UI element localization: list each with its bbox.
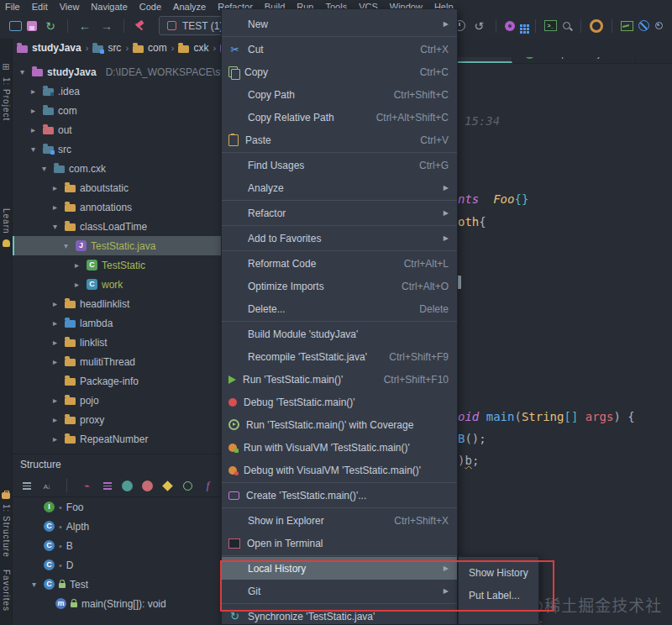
chevron-right-icon[interactable]: ▸ bbox=[50, 183, 60, 192]
menu-separator bbox=[222, 152, 457, 153]
list-icon[interactable] bbox=[101, 480, 113, 492]
crumb-src[interactable]: src bbox=[108, 42, 121, 54]
menu-item-analyze[interactable]: Analyze▶ bbox=[222, 176, 457, 199]
stripe-tab-structure[interactable]: 1: Structure bbox=[0, 504, 12, 558]
menu-item-build-module-studyjava[interactable]: Build Module 'studyJava' bbox=[222, 323, 457, 345]
chevron-right-icon[interactable]: ▸ bbox=[28, 125, 39, 134]
proxy-folder-icon bbox=[65, 417, 76, 424]
chevron-right-icon[interactable]: ▸ bbox=[71, 280, 82, 289]
find-icon[interactable] bbox=[654, 21, 664, 31]
chevron-right-icon[interactable]: ▸ bbox=[50, 415, 60, 424]
chevron-right-icon[interactable]: ▸ bbox=[50, 338, 60, 347]
target-icon[interactable] bbox=[181, 480, 194, 492]
plugin-icon[interactable] bbox=[590, 19, 603, 33]
menu-item-run-teststatic-main-with-coverage[interactable]: Run 'TestStatic.main()' with Coverage bbox=[222, 413, 457, 436]
menu-item-paste[interactable]: PasteCtrl+V bbox=[222, 129, 457, 151]
menu-analyze[interactable]: Analyze bbox=[173, 2, 206, 12]
chevron-right-icon[interactable]: ▸ bbox=[50, 299, 60, 308]
menu-edit[interactable]: Edit bbox=[32, 2, 48, 12]
lambda-folder-icon bbox=[65, 320, 76, 328]
menu-item-label: Show in Explorer bbox=[248, 515, 372, 527]
forward-icon[interactable] bbox=[98, 18, 115, 34]
menu-item-shortcut: Ctrl+Shift+X bbox=[394, 515, 449, 527]
menu-item-open-in-terminal[interactable]: Open in Terminal bbox=[222, 532, 457, 554]
save-icon[interactable] bbox=[27, 21, 37, 31]
chevron-down-icon[interactable]: ▾ bbox=[17, 67, 28, 76]
menu-item-find-usages[interactable]: Find UsagesCtrl+G bbox=[222, 154, 457, 176]
menu-code[interactable]: Code bbox=[139, 2, 161, 12]
menu-item-run-teststatic-main[interactable]: Run 'TestStatic.main()'Ctrl+Shift+F10 bbox=[222, 368, 457, 391]
menu-item-optimize-imports[interactable]: Optimize ImportsCtrl+Alt+O bbox=[222, 275, 457, 297]
chevron-down-icon[interactable]: ▾ bbox=[28, 144, 39, 154]
lines-icon[interactable] bbox=[20, 480, 33, 492]
menu-item-recompile-teststatic-java[interactable]: Recompile 'TestStatic.java'Ctrl+Shift+F9 bbox=[222, 345, 457, 368]
menu-item-spacer bbox=[228, 585, 241, 597]
stripe-tab-project[interactable]: 1: Project bbox=[0, 77, 12, 121]
crumb-cxk[interactable]: cxk bbox=[193, 42, 208, 54]
chevron-right-icon[interactable]: ▸ bbox=[28, 87, 39, 96]
menu-item-copy-path[interactable]: Copy PathCtrl+Shift+C bbox=[222, 83, 457, 106]
block-icon[interactable] bbox=[638, 20, 649, 31]
menu-item-copy-relative-path[interactable]: Copy Relative PathCtrl+Alt+Shift+C bbox=[222, 106, 457, 129]
menu-item-git[interactable]: Git▶ bbox=[222, 580, 457, 602]
lock-icon[interactable] bbox=[141, 480, 154, 492]
chevron-down-icon[interactable]: ▾ bbox=[50, 222, 60, 231]
menu-item-local-history[interactable]: Local History▶ bbox=[222, 557, 457, 580]
submenu-item-show-history[interactable]: Show History bbox=[459, 561, 538, 584]
menu-separator bbox=[222, 250, 457, 251]
menu-file[interactable]: File bbox=[5, 2, 20, 12]
menu-item-debug-with-visualvm-teststatic-main[interactable]: Debug with VisualVM 'TestStatic.main()' bbox=[222, 459, 457, 481]
menu-item-add-to-favorites[interactable]: Add to Favorites▶ bbox=[222, 227, 457, 249]
crumb-com[interactable]: com bbox=[148, 42, 167, 54]
menu-item-shortcut: Ctrl+X bbox=[420, 44, 449, 55]
code-token: 15:34 bbox=[465, 114, 500, 128]
chevron-down-icon[interactable]: ▾ bbox=[60, 241, 71, 250]
monitor-icon[interactable] bbox=[621, 21, 633, 31]
run-icon[interactable] bbox=[81, 480, 93, 492]
tag-icon[interactable] bbox=[121, 480, 134, 492]
vvm-debug-icon bbox=[228, 466, 237, 475]
chevron-right-icon[interactable]: ▸ bbox=[71, 260, 82, 270]
code-line-1: 15:34 bbox=[465, 114, 500, 128]
chevron-down-icon[interactable]: ▾ bbox=[29, 580, 39, 589]
settings-icon[interactable] bbox=[505, 21, 515, 31]
menu-item-debug-teststatic-main[interactable]: Debug 'TestStatic.main()' bbox=[222, 391, 457, 413]
submenu-item-put-label[interactable]: Put Label... bbox=[459, 584, 538, 607]
chevron-right-icon[interactable]: ▸ bbox=[28, 106, 39, 115]
menu-item-show-in-explorer[interactable]: Show in ExplorerCtrl+Shift+X bbox=[222, 509, 457, 532]
chevron-right-icon[interactable]: ▸ bbox=[50, 434, 60, 444]
menu-item-refactor[interactable]: Refactor▶ bbox=[222, 202, 457, 224]
stripe-tab-favorites[interactable]: Favorites bbox=[0, 570, 12, 612]
menu-item-new[interactable]: New▶ bbox=[222, 13, 457, 35]
az-icon[interactable] bbox=[40, 480, 53, 492]
chevron-right-icon[interactable]: ▸ bbox=[50, 396, 60, 405]
refresh-icon[interactable] bbox=[42, 18, 59, 34]
chevron-right-icon[interactable]: ▸ bbox=[50, 202, 60, 212]
toolbar-right-group bbox=[452, 18, 672, 34]
mulitithread-folder-icon bbox=[65, 359, 76, 366]
chevron-right-icon[interactable]: ▸ bbox=[50, 357, 60, 366]
menu-item-run-with-visualvm-teststatic-main[interactable]: Run with VisualVM 'TestStatic.main()' bbox=[222, 436, 457, 459]
menu-item-synchronize-teststatic-java[interactable]: Synchronize 'TestStatic.java' bbox=[222, 605, 457, 625]
code-token: Foo bbox=[493, 192, 514, 206]
menu-item-cut[interactable]: CutCtrl+X bbox=[222, 38, 457, 60]
hammer-icon[interactable] bbox=[133, 19, 146, 33]
f-icon[interactable] bbox=[202, 480, 214, 492]
chevron-down-icon[interactable]: ▾ bbox=[39, 164, 50, 173]
reset-icon[interactable] bbox=[470, 18, 487, 34]
chevron-right-icon[interactable]: ▸ bbox=[50, 318, 60, 328]
terminal-icon[interactable] bbox=[544, 20, 557, 31]
grid-icon[interactable] bbox=[520, 24, 522, 27]
menu-item-reformat-code[interactable]: Reformat CodeCtrl+Alt+L bbox=[222, 252, 457, 275]
back-icon[interactable] bbox=[76, 18, 93, 34]
menu-view[interactable]: View bbox=[60, 2, 80, 12]
diamond-icon[interactable] bbox=[161, 480, 174, 492]
menu-item-delete[interactable]: Delete...Delete bbox=[222, 297, 457, 320]
open-folder-icon[interactable] bbox=[9, 21, 22, 31]
crumb-studyjava[interactable]: studyJava bbox=[32, 42, 81, 54]
menu-navigate[interactable]: Navigate bbox=[91, 2, 127, 12]
menu-item-copy[interactable]: CopyCtrl+C bbox=[222, 60, 457, 83]
stripe-tab-learn[interactable]: Learn bbox=[0, 208, 12, 234]
menu-item-create-teststatic-main[interactable]: Create 'TestStatic.main()'... bbox=[222, 484, 457, 507]
search-icon[interactable] bbox=[562, 21, 572, 31]
